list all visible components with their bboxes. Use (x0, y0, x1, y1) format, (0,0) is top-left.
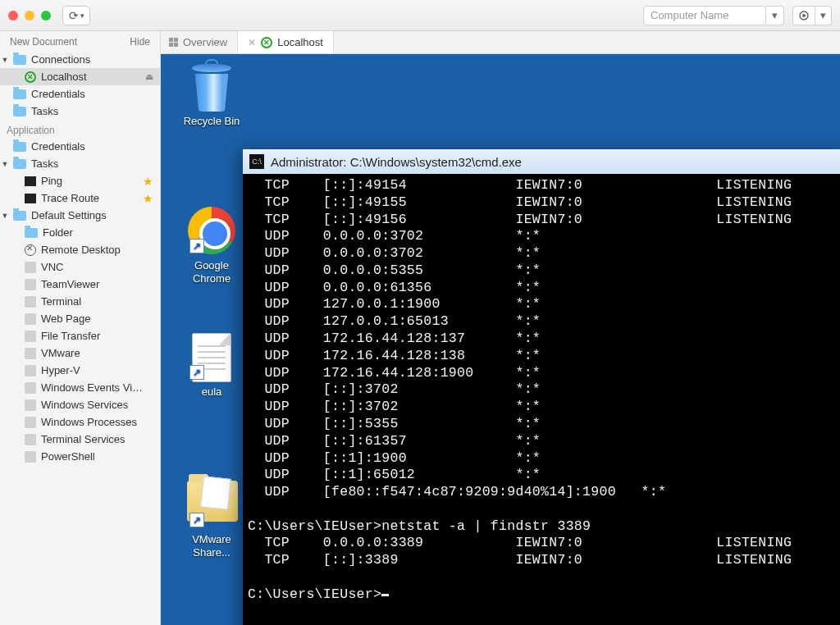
tag-icon (25, 451, 36, 463)
cmd-titlebar[interactable]: C:\ Administrator: C:\Windows\system32\c… (243, 149, 840, 174)
sidebar-item-windows-processes[interactable]: Windows Processes (0, 413, 160, 431)
star-icon[interactable]: ★ (143, 192, 153, 205)
sidebar-item-file-transfer[interactable]: File Transfer (0, 327, 160, 344)
shortcut-icon: ↗ (189, 365, 204, 380)
desktop-icon-chrome[interactable]: ↗ Google Chrome (176, 207, 248, 286)
run-dropdown[interactable]: ▾ (815, 6, 832, 25)
tag-icon (25, 399, 36, 411)
chevron-down-icon[interactable]: ▼ (0, 212, 10, 220)
cmd-icon: C:\ (249, 154, 264, 169)
chevron-down-icon[interactable]: ▼ (0, 56, 10, 64)
tag-icon (25, 262, 36, 273)
refresh-button[interactable]: ⟳▾ (62, 6, 90, 25)
tab-bar: Overview ✕ ✕ Localhost (161, 31, 840, 54)
sidebar-item-vnc[interactable]: VNC (0, 258, 160, 276)
sidebar-item-connections[interactable]: ▼ Connections (0, 51, 160, 68)
tag-icon (25, 296, 36, 308)
sidebar-item-windows-events[interactable]: Windows Events Vi… (0, 379, 160, 396)
eject-icon[interactable]: ⏏ (145, 71, 153, 82)
sidebar-item-folder[interactable]: Folder (0, 224, 160, 241)
sidebar-item-hyperv[interactable]: Hyper-V (0, 362, 160, 379)
content-area: Overview ✕ ✕ Localhost Recycle Bin ↗ Goo… (161, 31, 840, 625)
sidebar: New Document Hide ▼ Connections ✕ Localh… (0, 31, 161, 625)
desktop-icon-recycle-bin[interactable]: Recycle Bin (176, 59, 248, 128)
svg-marker-1 (803, 13, 807, 17)
tag-icon (25, 434, 36, 445)
sidebar-item-windows-services[interactable]: Windows Services (0, 396, 160, 413)
titlebar: ⟳▾ Computer Name ▾ ▾ (0, 0, 840, 31)
sidebar-item-teamviewer[interactable]: TeamViewer (0, 276, 160, 293)
close-icon[interactable]: ✕ (248, 37, 256, 48)
sidebar-item-app-tasks[interactable]: ▼ Tasks (0, 155, 160, 172)
remote-desktop-icon (25, 244, 36, 256)
tag-icon (25, 279, 36, 290)
cmd-window[interactable]: C:\ Administrator: C:\Windows\system32\c… (243, 149, 840, 625)
terminal-icon (25, 194, 36, 203)
grid-icon (169, 38, 178, 47)
computer-name-input[interactable]: Computer Name (643, 6, 766, 25)
folder-icon (13, 159, 26, 169)
tag-icon (25, 365, 36, 376)
tag-icon (25, 313, 36, 325)
star-icon[interactable]: ★ (143, 175, 153, 188)
tag-icon (25, 331, 36, 342)
folder-icon (13, 55, 26, 65)
sidebar-item-default-settings[interactable]: ▼ Default Settings (0, 207, 160, 224)
minimize-icon[interactable] (25, 11, 34, 21)
shortcut-icon: ↗ (189, 239, 204, 253)
remote-desktop-viewport[interactable]: Recycle Bin ↗ Google Chrome ↗ eula ↗ VMw… (161, 54, 840, 625)
folder-icon (25, 228, 38, 238)
sidebar-item-credentials[interactable]: Credentials (0, 85, 160, 103)
desktop-icon-vmware-share[interactable]: ↗ VMware Share... (176, 474, 248, 560)
sidebar-item-tasks[interactable]: Tasks (0, 103, 160, 120)
shortcut-icon: ↗ (189, 513, 204, 527)
sidebar-item-terminal-services[interactable]: Terminal Services (0, 431, 160, 448)
sidebar-item-traceroute[interactable]: Trace Route ★ (0, 189, 160, 207)
run-button[interactable] (792, 6, 815, 25)
sidebar-item-remote-desktop[interactable]: Remote Desktop (0, 241, 160, 258)
tag-icon (25, 417, 36, 428)
close-icon[interactable] (8, 11, 18, 21)
folder-icon (13, 89, 26, 99)
tag-icon (25, 382, 36, 394)
tab-localhost[interactable]: ✕ ✕ Localhost (238, 31, 334, 53)
cmd-title-text: Administrator: C:\Windows\system32\cmd.e… (271, 155, 522, 169)
status-online-icon: ✕ (261, 37, 272, 48)
tab-overview[interactable]: Overview (161, 31, 238, 53)
cmd-output[interactable]: TCP [::]:49154 IEWIN7:0 LISTENING TCP [:… (243, 174, 840, 610)
chevron-down-icon[interactable]: ▼ (0, 160, 10, 168)
computer-name-dropdown[interactable]: ▾ (766, 6, 784, 25)
new-document-label: New Document (10, 36, 77, 48)
folder-icon (13, 211, 26, 221)
sidebar-item-ping[interactable]: Ping ★ (0, 172, 160, 189)
hide-button[interactable]: Hide (130, 36, 150, 48)
folder-icon (13, 142, 26, 152)
sidebar-item-powershell[interactable]: PowerShell (0, 448, 160, 465)
sidebar-item-app-credentials[interactable]: Credentials (0, 138, 160, 155)
sidebar-item-web-page[interactable]: Web Page (0, 310, 160, 327)
desktop-icon-eula[interactable]: ↗ eula (176, 333, 248, 399)
sidebar-item-vmware[interactable]: VMware (0, 344, 160, 362)
section-application: Application (0, 120, 160, 138)
folder-icon (13, 107, 26, 116)
sidebar-item-terminal[interactable]: Terminal (0, 293, 160, 310)
sidebar-item-localhost[interactable]: ✕ Localhost ⏏ (0, 68, 160, 85)
window-controls (8, 11, 51, 21)
maximize-icon[interactable] (41, 11, 51, 21)
terminal-icon (25, 176, 36, 186)
status-online-icon: ✕ (25, 71, 36, 83)
tag-icon (25, 348, 36, 359)
